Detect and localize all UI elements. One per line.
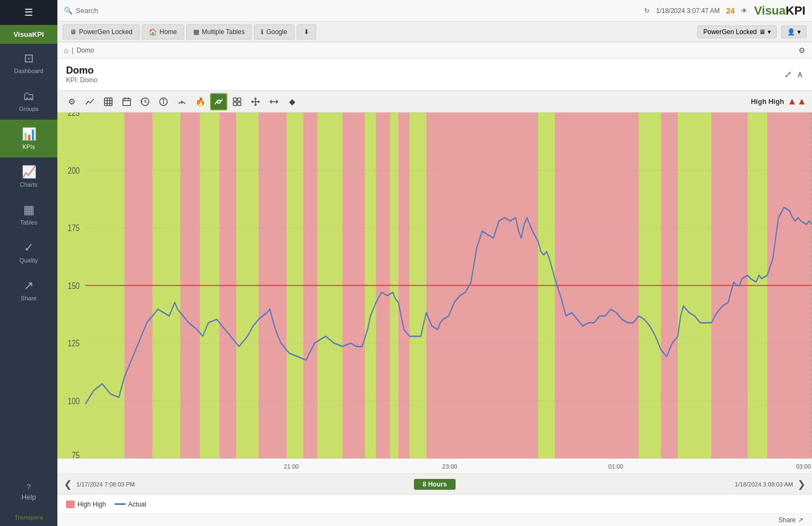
expand-icon[interactable]: ⤢ [784,69,791,80]
nav-prev-button[interactable]: ❮ [64,478,72,490]
share-link[interactable]: Share ↗ [778,516,803,524]
groups-icon: 🗂 [23,89,35,103]
nav-start-time: 1/17/2024 7:08:03 PM [76,481,135,488]
alert-count[interactable]: 24 [726,6,735,15]
page-settings-icon[interactable]: ⚙ [798,46,806,55]
sidebar-logo[interactable]: VisuaKPI [0,25,57,44]
svg-rect-0 [104,98,112,106]
sidebar-item-label-quality: Quality [19,257,38,264]
time-label-2100: 21:00 [284,463,299,470]
svg-point-12 [163,99,163,100]
toolbar-calendar-btn[interactable] [118,93,135,110]
time-range-selector[interactable]: 8 Hours [414,479,456,490]
quality-icon: ✓ [24,241,34,255]
sidebar-item-label-charts: Charts [20,181,37,188]
svg-rect-17 [233,102,237,106]
svg-text:125: 125 [68,338,80,349]
svg-text:150: 150 [68,280,80,291]
nav-time-bar: ❮ 1/17/2024 7:08:03 PM 8 Hours 1/18/2024… [57,474,812,494]
time-label-2300: 23:00 [442,463,457,470]
toolbar-gauge-btn[interactable] [173,93,191,110]
toolbar-settings-btn[interactable]: ⚙ [63,93,80,110]
nav-tab-powergen[interactable]: 🖥 PowerGen Locked [63,24,140,40]
nav-tab-home[interactable]: 🏠 Home [142,24,184,40]
status-badge: High High ▲▲ [751,96,807,107]
dashboard-icon: ⊡ [24,51,34,65]
share-icon: ↗ [798,516,803,524]
sidebar-item-label-help: Help [22,493,36,501]
svg-text:225: 225 [68,113,80,118]
tables-tab-label: Multiple Tables [202,28,245,36]
transpara-label: Transpara [15,514,43,521]
powergen-tab-label: PowerGen Locked [79,28,133,36]
legend-bar: High High Actual [57,494,812,514]
kpi-title-actions: ⤢ ∧ [784,69,803,80]
sidebar-item-tables[interactable]: ▦ Tables [0,195,57,233]
google-tab-icon: ℹ [261,28,264,36]
toolbar-active-chart-btn[interactable] [210,93,227,110]
sidebar-item-charts[interactable]: 📈 Charts [0,157,57,195]
legend-color-actual [115,503,126,505]
google-tab-label: Google [266,28,287,36]
dropdown-chevron-icon: ▾ [768,28,771,36]
kpi-title-text: Domo KPI: Domo [66,65,97,84]
sidebar-item-groups[interactable]: 🗂 Groups [0,82,57,120]
legend-color-hh [66,501,75,508]
toolbar-info-btn[interactable] [155,93,172,110]
svg-rect-5 [123,98,130,106]
sidebar-item-share[interactable]: ↗ Share [0,271,57,309]
tables-tab-icon: ▦ [193,28,199,36]
sidebar-item-dashboard[interactable]: ⊡ Dashboard [0,44,57,82]
toolbar-expand-h-btn[interactable] [265,93,283,110]
transpara-logo: Transpara [9,509,49,526]
search-box[interactable]: 🔍 Search [64,6,98,15]
datetime-display: 1/18/2024 3:07:47 AM [656,7,719,15]
chart-container: 225 200 175 150 125 100 75 21:00 23:00 0… [57,113,812,526]
toolbar-trend-btn[interactable] [81,93,99,110]
powergen-dropdown[interactable]: PowerGen Locked 🖥 ▾ [697,25,777,38]
sidebar-item-kpis[interactable]: 📊 KPIs [0,120,57,157]
breadcrumb: ⌂ | Domo [64,46,94,55]
toolbar-flame-btn[interactable]: 🔥 [192,93,209,110]
breadcrumb-path[interactable]: Domo [77,47,94,54]
toolbar-grid-btn[interactable] [228,93,246,110]
nav-tab-multiple-tables[interactable]: ▦ Multiple Tables [186,24,252,40]
hamburger-menu[interactable]: ☰ [0,0,57,25]
help-icon: ? [27,483,30,491]
nav-tab-more[interactable]: ⬇ [297,24,316,40]
brand-logo: VisuaKPI [754,4,806,18]
kpis-icon: 📊 [22,127,36,141]
sidebar-item-quality[interactable]: ✓ Quality [0,233,57,271]
status-label: High High [751,97,784,106]
share-label: Share [778,516,796,524]
toolbar-table-btn[interactable] [100,93,117,110]
home-icon[interactable]: ⌂ [64,46,68,55]
status-arrow-icon: ▲▲ [787,96,807,107]
chart-time-axis: 21:00 23:00 01:00 03:00 [57,458,812,474]
user-menu[interactable]: 👤 ▾ [781,25,807,38]
legend-item-hh: High High [66,501,106,508]
eye-icon: 👁 [741,7,748,15]
breadcrumb-bar: ⌂ | Domo ⚙ [57,42,812,58]
top-bar-right: ↻ 1/18/2024 3:07:47 AM 24 👁 VisuaKPI [644,4,806,18]
nav-tab-google[interactable]: ℹ Google [254,24,294,40]
svg-text:100: 100 [68,396,80,406]
toolbar-pin-btn[interactable]: ◆ [284,93,301,110]
legend-label-actual: Actual [128,501,146,508]
nav-end-time: 1/18/2024 3:08:03 AM [735,481,793,488]
time-label-0100: 01:00 [608,463,624,470]
sidebar-bottom: ? Help Transpara [0,475,57,526]
share-icon: ↗ [24,279,34,293]
chart-svg-area[interactable]: 225 200 175 150 125 100 75 [57,113,812,458]
sidebar-item-label-groups: Groups [19,106,38,112]
nav-next-button[interactable]: ❯ [797,478,806,490]
svg-rect-15 [233,98,237,101]
collapse-icon[interactable]: ∧ [797,69,803,80]
sidebar-item-help[interactable]: ? Help [0,475,57,509]
chart-svg: 225 200 175 150 125 100 75 [57,113,812,458]
toolbar-history-btn[interactable] [136,93,154,110]
legend-item-actual: Actual [115,501,146,508]
svg-rect-18 [238,102,241,106]
refresh-icon[interactable]: ↻ [644,7,650,15]
toolbar-move-btn[interactable] [247,93,264,110]
